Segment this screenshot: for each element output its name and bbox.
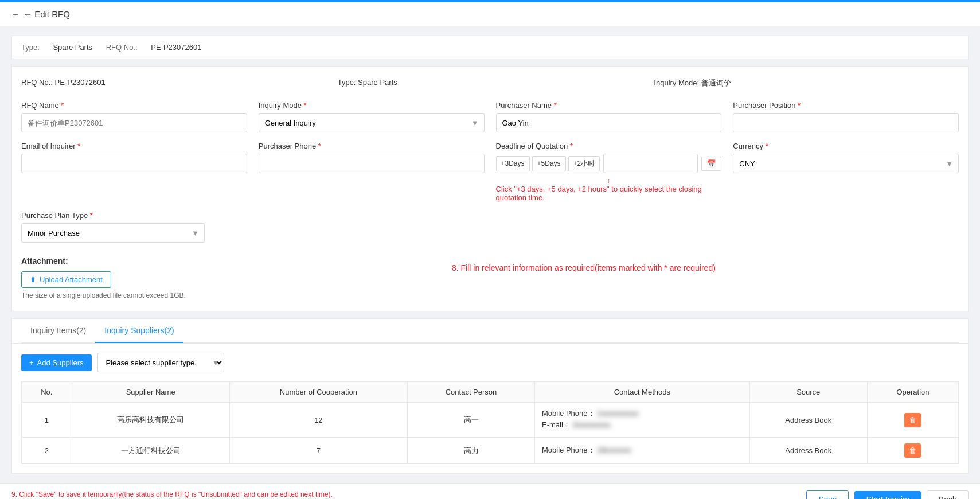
form-row-4: Purchase Plan Type * Minor Purchase ▼ — [21, 211, 959, 243]
attachment-instruction-row: Attachment: ⬆ Upload Attachment The size… — [21, 252, 959, 299]
quick-5days-btn[interactable]: +5Days — [532, 156, 566, 171]
deadline-input[interactable] — [603, 154, 698, 173]
page-title: ← Edit RFQ — [24, 9, 70, 19]
form-group-inquiry-mode-field: Inquiry Mode * General Inquiry ▼ — [259, 101, 485, 132]
bottom-instruction: 9. Click "Save" to save it temporarily(t… — [11, 490, 806, 499]
row2-contact-person: 高力 — [407, 438, 534, 464]
purchaser-phone-label: Purchaser Phone * — [259, 142, 485, 150]
back-icon: ← — [11, 9, 20, 19]
row1-mobile-value: 1xxxxxxxxxx — [597, 409, 638, 418]
row1-source: Address Book — [749, 403, 867, 438]
form-group-rfq-name: RFQ Name * — [21, 101, 247, 132]
row1-delete-btn[interactable]: 🗑 — [904, 413, 921, 427]
currency-select[interactable]: CNY — [733, 154, 959, 173]
bottom-actions: Save Start Inquiry Back — [806, 490, 969, 499]
tooltip-arrow: ↑ — [496, 177, 722, 185]
bottom-bar: 9. Click "Save" to save it temporarily(t… — [0, 483, 980, 499]
tooltip-text: Click "+3 days, +5 days, +2 hours" to qu… — [496, 185, 722, 202]
form-group-purchaser-position: Purchaser Position * — [733, 101, 959, 132]
row1-contact-info: Mobile Phone： 1xxxxxxxxxx E-mail： 2xxxxx… — [542, 408, 743, 430]
col-no: No. — [22, 382, 72, 403]
form-group-currency: Currency * CNY ▼ — [733, 142, 959, 202]
purchaser-name-input[interactable] — [496, 113, 722, 132]
file-limit: The size of a single uploaded file canno… — [21, 291, 186, 299]
table-header: No. Supplier Name Number of Cooperation … — [22, 382, 959, 403]
email-label: Email of Inquirer * — [21, 142, 247, 150]
purchase-plan-select-wrapper: Minor Purchase ▼ — [21, 223, 205, 243]
plus-icon: + — [29, 358, 34, 367]
attachment-section: Attachment: ⬆ Upload Attachment The size… — [21, 256, 186, 299]
tabs: Inquiry Items(2) Inquiry Suppliers(2) — [21, 319, 959, 343]
rfq-no-label: RFQ No.: — [106, 43, 138, 52]
tabs-section: Inquiry Items(2) Inquiry Suppliers(2) — [11, 318, 969, 343]
table-row: 1 高乐高科技有限公司 12 高一 Mobile Phone： 1xxxxxxx… — [22, 403, 959, 438]
supplier-type-select[interactable]: Please select supplier type. — [97, 353, 224, 372]
tab-inquiry-suppliers[interactable]: Inquiry Suppliers(2) — [95, 319, 183, 343]
form-group-type: Type: Spare Parts — [338, 78, 643, 92]
purchase-plan-select[interactable]: Minor Purchase — [21, 223, 205, 243]
deadline-label: Deadline of Quotation * — [496, 142, 722, 150]
row1-name: 高乐高科技有限公司 — [72, 403, 229, 438]
form-group-purchaser-name: Purchaser Name * — [496, 101, 722, 132]
save-button[interactable]: Save — [806, 490, 849, 499]
quick-3days-btn[interactable]: +3Days — [496, 156, 530, 171]
rfq-no-field-value: PE-P23072601 — [55, 78, 106, 87]
form-section: RFQ No.: PE-P23072601 Type: Spare Parts … — [11, 66, 969, 311]
form-row-3: Email of Inquirer * Purchaser Phone * De… — [21, 142, 959, 202]
purchaser-phone-input[interactable] — [259, 154, 485, 173]
deadline-input-group: +3Days +5Days +2小时 📅 — [496, 154, 722, 173]
supplier-type-wrapper: Please select supplier type. ▼ — [97, 353, 224, 372]
inquiry-mode-info-label: Inquiry Mode: 普通询价 — [654, 78, 959, 88]
start-inquiry-button[interactable]: Start Inquiry — [854, 491, 920, 499]
upload-icon: ⬆ — [30, 275, 36, 284]
tab-inquiry-items[interactable]: Inquiry Items(2) — [21, 319, 95, 343]
instruction-section: 8. Fill in relevant information as requi… — [209, 252, 959, 278]
table-body: 1 高乐高科技有限公司 12 高一 Mobile Phone： 1xxxxxxx… — [22, 403, 959, 464]
deadline-tooltip: ↑ Click "+3 days, +5 days, +2 hours" to … — [496, 177, 722, 202]
form-row-1: RFQ No.: PE-P23072601 Type: Spare Parts … — [21, 78, 959, 92]
rfq-no-field-label: RFQ No.: PE-P23072601 — [21, 78, 326, 87]
row2-contact-methods: Mobile Phone： 18xxxxxxx — [535, 438, 750, 464]
rfq-name-label: RFQ Name * — [21, 101, 247, 110]
calendar-btn[interactable]: 📅 — [701, 157, 721, 171]
type-label: Type: — [21, 43, 40, 52]
rfq-name-input[interactable] — [21, 113, 247, 132]
form-group-email: Email of Inquirer * — [21, 142, 247, 202]
back-button[interactable]: ← ← Edit RFQ — [11, 9, 70, 19]
form-group-rfq-no: RFQ No.: PE-P23072601 — [21, 78, 326, 92]
suppliers-table: No. Supplier Name Number of Cooperation … — [21, 381, 959, 464]
col-contact-person: Contact Person — [407, 382, 534, 403]
form-group-deadline: Deadline of Quotation * +3Days +5Days +2… — [496, 142, 722, 202]
row1-contact-person: 高一 — [407, 403, 534, 438]
inquiry-mode-select[interactable]: General Inquiry — [259, 113, 485, 132]
calendar-icon: 📅 — [706, 159, 716, 168]
form-group-purchase-plan: Purchase Plan Type * Minor Purchase ▼ — [21, 211, 205, 243]
add-suppliers-btn[interactable]: + Add Suppliers — [21, 354, 92, 371]
row2-no: 2 — [22, 438, 72, 464]
col-operation: Operation — [867, 382, 958, 403]
col-contact-methods: Contact Methods — [535, 382, 750, 403]
email-input[interactable] — [21, 154, 247, 173]
type-value: Spare Parts — [53, 43, 92, 52]
quick-2hours-btn[interactable]: +2小时 — [568, 156, 600, 171]
upload-btn[interactable]: ⬆ Upload Attachment — [21, 271, 111, 288]
purchaser-name-label: Purchaser Name * — [496, 101, 722, 110]
row2-name: 一方通行科技公司 — [72, 438, 229, 464]
supplier-section: + Add Suppliers Please select supplier t… — [11, 343, 969, 474]
col-source: Source — [749, 382, 867, 403]
currency-label: Currency * — [733, 142, 959, 150]
back-action-button[interactable]: Back — [927, 490, 969, 499]
purchase-plan-label: Purchase Plan Type * — [21, 211, 205, 220]
row1-contact-methods: Mobile Phone： 1xxxxxxxxxx E-mail： 2xxxxx… — [535, 403, 750, 438]
toolbar: + Add Suppliers Please select supplier t… — [21, 353, 959, 372]
add-suppliers-label: Add Suppliers — [37, 358, 84, 367]
col-supplier-name: Supplier Name — [72, 382, 229, 403]
row1-email-value: 2xxxxxxxxx. — [573, 420, 612, 429]
row2-mobile-value: 18xxxxxxx — [597, 446, 631, 454]
purchaser-position-input[interactable] — [733, 113, 959, 132]
row2-operation: 🗑 — [867, 438, 958, 464]
row2-delete-btn[interactable]: 🗑 — [904, 443, 921, 458]
rfq-no-value: PE-P23072601 — [151, 43, 201, 52]
form-group-inquiry-mode-info: Inquiry Mode: 普通询价 — [654, 78, 959, 92]
row2-contact-info: Mobile Phone： 18xxxxxxx — [542, 445, 743, 455]
